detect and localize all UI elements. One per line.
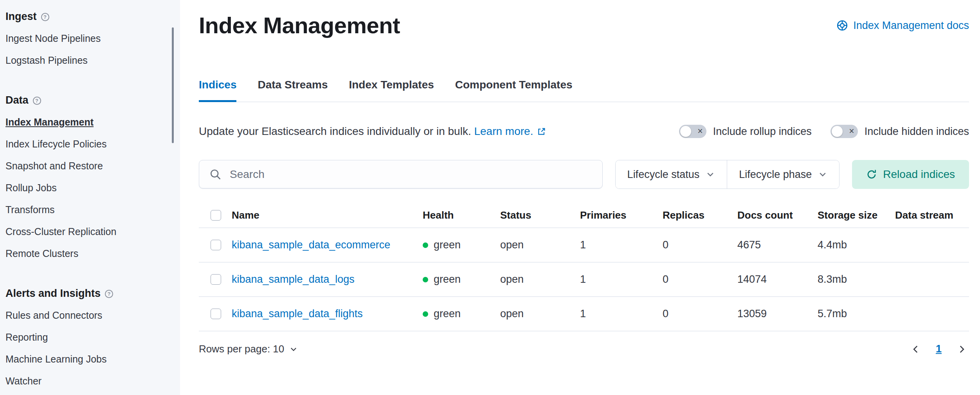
storage-size-cell: 4.4mb <box>818 239 895 251</box>
controls-row: Lifecycle status Lifecycle phase <box>199 160 969 189</box>
column-header-primaries: Primaries <box>580 209 663 221</box>
sidebar-item-logstash-pipelines[interactable]: Logstash Pipelines <box>5 49 180 71</box>
row-checkbox-cell <box>199 240 232 250</box>
reload-indices-button[interactable]: Reload indices <box>852 160 969 189</box>
sidebar-item-remote-clusters[interactable]: Remote Clusters <box>5 242 180 264</box>
header-checkbox-cell <box>199 210 232 221</box>
tabs: Indices Data Streams Index Templates Com… <box>199 78 969 102</box>
nav-section-data: Data ? Index Management Index Lifecycle … <box>5 89 180 264</box>
nav-section-label: Data <box>5 94 29 106</box>
include-rollup-indices-toggle[interactable]: × <box>679 125 706 138</box>
nav-section-label: Ingest <box>5 11 37 23</box>
sidebar-item-ingest-node-pipelines[interactable]: Ingest Node Pipelines <box>5 27 180 49</box>
sidebar-item-machine-learning-jobs[interactable]: Machine Learning Jobs <box>5 348 180 370</box>
page-title: Index Management <box>199 12 400 39</box>
column-header-status: Status <box>500 209 580 221</box>
docs-link[interactable]: Index Management docs <box>836 20 969 32</box>
sidebar-scrollbar[interactable] <box>172 27 174 143</box>
rollup-toggle-group: × Include rollup indices <box>679 125 812 138</box>
row-checkbox-cell <box>199 274 232 285</box>
select-all-checkbox[interactable] <box>211 210 221 221</box>
replicas-cell: 0 <box>663 273 737 285</box>
index-name-link[interactable]: kibana_sample_data_flights <box>232 308 363 320</box>
sidebar-item-snapshot-and-restore[interactable]: Snapshot and Restore <box>5 155 180 177</box>
storage-size-cell: 5.7mb <box>818 308 895 320</box>
learn-more-link[interactable]: Learn more. <box>474 125 546 138</box>
intro-text: Update your Elasticsearch indices indivi… <box>199 125 546 138</box>
table-row: kibana_sample_data_ecommerce green open … <box>199 228 969 262</box>
sidebar-item-reporting[interactable]: Reporting <box>5 326 180 348</box>
documentation-icon <box>836 20 848 31</box>
replicas-cell: 0 <box>663 239 737 251</box>
row-checkbox[interactable] <box>211 240 221 250</box>
sidebar-item-index-lifecycle-policies[interactable]: Index Lifecycle Policies <box>5 133 180 155</box>
column-header-docs-count: Docs count <box>737 209 818 221</box>
storage-size-cell: 8.3mb <box>818 273 895 285</box>
replicas-cell: 0 <box>663 308 737 320</box>
lifecycle-status-label: Lifecycle status <box>627 169 700 181</box>
table-row: kibana_sample_data_logs green open 1 0 1… <box>199 262 969 297</box>
app-root: Ingest ? Ingest Node Pipelines Logstash … <box>0 0 980 395</box>
toggle-off-x-icon: × <box>697 127 703 136</box>
lifecycle-phase-filter-button[interactable]: Lifecycle phase <box>727 160 839 189</box>
main-content: Index Management Index Management docs I… <box>180 0 980 395</box>
primaries-cell: 1 <box>580 308 663 320</box>
info-row: Update your Elasticsearch indices indivi… <box>199 125 969 138</box>
column-header-name: Name <box>232 209 423 221</box>
chevron-down-icon <box>289 345 298 354</box>
sidebar-item-index-management[interactable]: Index Management <box>5 111 180 133</box>
refresh-icon <box>866 169 877 180</box>
tab-index-templates[interactable]: Index Templates <box>349 78 434 102</box>
rows-per-page-label: Rows per page: 10 <box>199 343 284 355</box>
row-checkbox[interactable] <box>211 309 221 319</box>
row-checkbox-cell <box>199 309 232 319</box>
rows-per-page-button[interactable]: Rows per page: 10 <box>199 343 298 355</box>
tab-indices[interactable]: Indices <box>199 78 236 102</box>
toggle-group: × Include rollup indices × Include hidde… <box>679 125 969 138</box>
sidebar-item-rules-and-connectors[interactable]: Rules and Connectors <box>5 304 180 326</box>
docs-link-label: Index Management docs <box>853 20 969 32</box>
previous-page-icon[interactable] <box>911 344 921 354</box>
external-link-icon <box>537 127 546 136</box>
title-row: Index Management Index Management docs <box>199 12 969 39</box>
sidebar: Ingest ? Ingest Node Pipelines Logstash … <box>0 0 180 395</box>
lifecycle-filter-group: Lifecycle status Lifecycle phase <box>615 160 840 189</box>
health-cell: green <box>423 239 500 251</box>
row-checkbox[interactable] <box>211 274 221 285</box>
page-number-1[interactable]: 1 <box>936 343 942 355</box>
health-dot-icon <box>423 277 428 282</box>
nav-section-ingest: Ingest ? Ingest Node Pipelines Logstash … <box>5 5 180 71</box>
health-cell: green <box>423 273 500 285</box>
table-row: kibana_sample_data_flights green open 1 … <box>199 297 969 331</box>
search-input[interactable] <box>199 160 602 189</box>
sidebar-item-cross-cluster-replication[interactable]: Cross-Cluster Replication <box>5 221 180 242</box>
index-name-link[interactable]: kibana_sample_data_ecommerce <box>232 239 390 251</box>
tab-data-streams[interactable]: Data Streams <box>258 78 328 102</box>
column-header-health: Health <box>423 209 500 221</box>
status-cell: open <box>500 273 580 285</box>
include-hidden-indices-label[interactable]: Include hidden indices <box>865 126 969 138</box>
nav-section-title-alerts-and-insights: Alerts and Insights ? <box>5 282 180 304</box>
reload-indices-label: Reload indices <box>883 168 955 181</box>
health-label: green <box>434 273 461 285</box>
tab-component-templates[interactable]: Component Templates <box>455 78 573 102</box>
primaries-cell: 1 <box>580 273 663 285</box>
column-header-replicas: Replicas <box>663 209 737 221</box>
include-rollup-indices-label[interactable]: Include rollup indices <box>713 126 812 138</box>
health-label: green <box>434 239 461 251</box>
lifecycle-status-filter-button[interactable]: Lifecycle status <box>616 160 727 189</box>
toggle-off-x-icon: × <box>849 127 854 136</box>
nav-section-title-ingest: Ingest ? <box>5 5 180 27</box>
health-dot-icon <box>423 242 428 248</box>
index-name-link[interactable]: kibana_sample_data_logs <box>232 273 355 285</box>
next-page-icon[interactable] <box>957 344 967 354</box>
include-hidden-indices-toggle[interactable]: × <box>830 125 858 138</box>
search-box <box>199 160 603 189</box>
nav-section-alerts-and-insights: Alerts and Insights ? Rules and Connecto… <box>5 282 180 392</box>
sidebar-item-transforms[interactable]: Transforms <box>5 199 180 221</box>
chevron-down-icon <box>818 170 827 179</box>
sidebar-item-watcher[interactable]: Watcher <box>5 370 180 392</box>
search-icon <box>209 169 222 181</box>
sidebar-item-rollup-jobs[interactable]: Rollup Jobs <box>5 177 180 199</box>
health-label: green <box>434 308 461 320</box>
